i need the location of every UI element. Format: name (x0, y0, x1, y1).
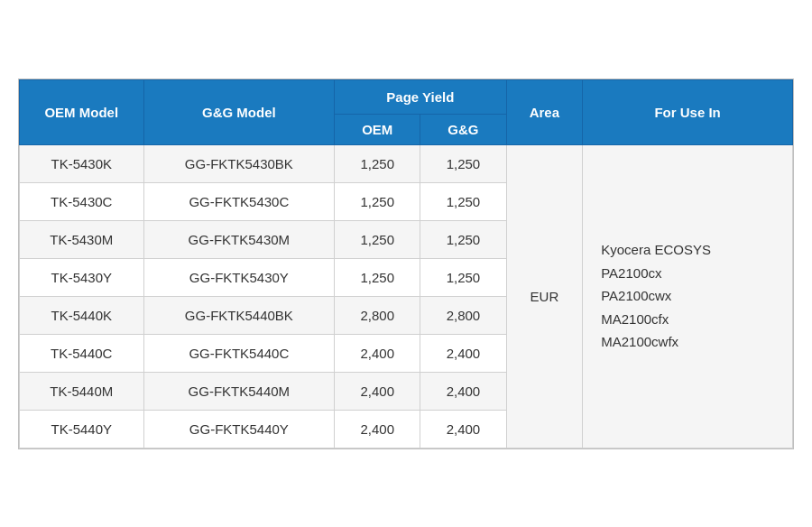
gg-yield-cell: 2,400 (420, 334, 506, 372)
gg-yield-cell: 2,400 (420, 372, 506, 410)
oem-yield-cell: 2,800 (335, 296, 420, 334)
gg-yield-cell: 2,800 (420, 296, 506, 334)
oem-model-cell: TK-5430C (20, 182, 144, 220)
gg-model-header: G&G Model (143, 79, 335, 144)
for-use-in-cell: Kyocera ECOSYSPA2100cxPA2100cwxMA2100cfx… (583, 144, 793, 448)
oem-model-header: OEM Model (20, 79, 144, 144)
oem-model-cell: TK-5440K (20, 296, 144, 334)
oem-yield-cell: 1,250 (335, 258, 420, 296)
oem-model-cell: TK-5430K (20, 144, 144, 182)
product-table: OEM Model G&G Model Page Yield Area For … (19, 79, 793, 448)
gg-model-cell: GG-FKTK5440M (143, 372, 335, 410)
gg-yield-cell: 1,250 (420, 182, 506, 220)
gg-yield-cell: 1,250 (420, 258, 506, 296)
oem-yield-cell: 1,250 (335, 220, 420, 258)
for-use-in-header: For Use In (583, 79, 793, 144)
oem-yield-cell: 2,400 (335, 372, 420, 410)
gg-yield-cell: 2,400 (420, 410, 506, 448)
oem-model-cell: TK-5430M (20, 220, 144, 258)
gg-yield-header: G&G (420, 114, 506, 144)
area-cell: EUR (506, 144, 583, 448)
oem-model-cell: TK-5430Y (20, 258, 144, 296)
gg-model-cell: GG-FKTK5440BK (143, 296, 335, 334)
oem-yield-header: OEM (335, 114, 420, 144)
oem-model-cell: TK-5440C (20, 334, 144, 372)
page-yield-header: Page Yield (335, 79, 506, 114)
oem-yield-cell: 1,250 (335, 182, 420, 220)
gg-model-cell: GG-FKTK5430C (143, 182, 335, 220)
main-table-container: OEM Model G&G Model Page Yield Area For … (18, 79, 794, 449)
area-header: Area (506, 79, 583, 144)
oem-model-cell: TK-5440M (20, 372, 144, 410)
oem-yield-cell: 2,400 (335, 410, 420, 448)
oem-yield-cell: 1,250 (335, 144, 420, 182)
gg-model-cell: GG-FKTK5440C (143, 334, 335, 372)
gg-model-cell: GG-FKTK5430M (143, 220, 335, 258)
table-row: TK-5430KGG-FKTK5430BK1,2501,250EURKyocer… (20, 144, 793, 182)
gg-model-cell: GG-FKTK5430Y (143, 258, 335, 296)
gg-yield-cell: 1,250 (420, 220, 506, 258)
gg-yield-cell: 1,250 (420, 144, 506, 182)
gg-model-cell: GG-FKTK5440Y (143, 410, 335, 448)
oem-model-cell: TK-5440Y (20, 410, 144, 448)
gg-model-cell: GG-FKTK5430BK (143, 144, 335, 182)
oem-yield-cell: 2,400 (335, 334, 420, 372)
